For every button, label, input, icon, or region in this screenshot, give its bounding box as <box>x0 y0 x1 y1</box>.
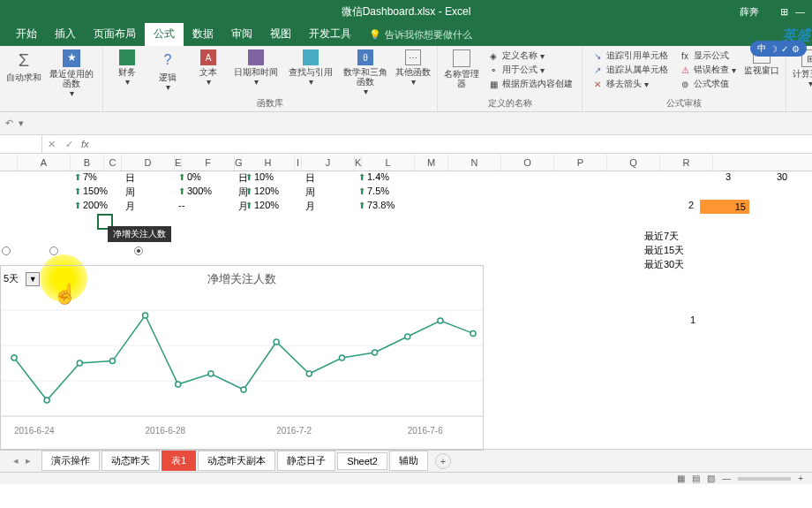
qat-dropdown-icon[interactable]: ▾ <box>19 118 24 129</box>
ribbon-tab-开始[interactable]: 开始 <box>7 22 46 46</box>
define-name-button[interactable]: ◈定义名称 ▾ <box>487 49 573 62</box>
cell-value[interactable]: ⬆73.8% <box>358 200 395 210</box>
ribbon-tab-数据[interactable]: 数据 <box>184 22 222 46</box>
col-header[interactable]: P <box>554 154 607 171</box>
cell-value[interactable]: 周 <box>305 186 315 199</box>
ribbon-tab-审阅[interactable]: 审阅 <box>222 22 261 46</box>
view-layout-icon[interactable]: ▤ <box>692 474 700 483</box>
column-headers[interactable]: ABCDEFGHIJKLMNOPQR <box>0 154 812 171</box>
remove-arrows-button[interactable]: ✕移去箭头 ▾ <box>591 78 668 90</box>
col-header[interactable]: Q <box>607 154 660 171</box>
cell-value[interactable]: 周 <box>125 186 135 199</box>
col-header[interactable]: A <box>18 154 71 171</box>
more-functions-button[interactable]: ⋯其他函数▾ <box>395 48 432 87</box>
recent-functions-button[interactable]: ★最近使用的函数▾ <box>46 48 97 98</box>
undo-icon[interactable]: ↶ <box>5 118 13 129</box>
share-icon[interactable]: ⊞ <box>780 6 788 18</box>
cell-value[interactable]: ⬆150% <box>74 186 108 196</box>
sheet-tab[interactable]: 演示操作 <box>41 451 100 471</box>
col-header[interactable]: H <box>242 154 295 171</box>
nav-last-icon[interactable]: ▸ <box>26 455 31 466</box>
logical-button[interactable]: ?逻辑▾ <box>149 48 186 92</box>
sheet-tab[interactable]: 表1 <box>162 451 196 471</box>
fx-icon[interactable]: fx <box>78 139 93 149</box>
text-button[interactable]: A文本▾ <box>190 48 227 87</box>
view-normal-icon[interactable]: ▦ <box>677 474 685 483</box>
cell-value[interactable]: ⬆200% <box>74 200 108 210</box>
financial-button[interactable]: 财务▾ <box>109 48 146 87</box>
cell-value[interactable]: -- <box>178 200 184 210</box>
radio-option-1[interactable] <box>2 246 11 255</box>
list-item[interactable]: 最近30天 <box>644 258 684 271</box>
user-name[interactable]: 薛奔 <box>740 5 759 19</box>
cell-value[interactable]: 日 <box>125 171 135 185</box>
ribbon-tab-开发工具[interactable]: 开发工具 <box>300 22 360 46</box>
add-sheet-button[interactable]: + <box>435 453 451 469</box>
evaluate-formula-button[interactable]: ⊚公式求值 <box>679 78 736 90</box>
create-from-selection-button[interactable]: ▦根据所选内容创建 <box>487 78 573 90</box>
zoom-out-icon[interactable]: — <box>722 474 731 483</box>
col-header[interactable]: I <box>295 154 302 171</box>
datetime-button[interactable]: 日期和时间▾ <box>230 48 282 87</box>
ribbon-tab-视图[interactable]: 视图 <box>261 22 300 46</box>
cell-value[interactable]: ⬆1.4% <box>358 171 389 182</box>
name-box[interactable] <box>0 135 42 153</box>
list-item[interactable]: 最近15天 <box>644 244 684 257</box>
col-header[interactable]: J <box>302 154 355 171</box>
col-header[interactable]: D <box>122 154 175 171</box>
spreadsheet-grid[interactable]: ABCDEFGHIJKLMNOPQR 净增关注人数 5天 ▼ ☝ 2 15 3 … <box>0 154 812 449</box>
show-formulas-button[interactable]: fx显示公式 <box>679 49 736 62</box>
zoom-in-icon[interactable]: + <box>798 474 803 483</box>
col-header[interactable]: E <box>175 154 182 171</box>
cell-value[interactable]: 月 <box>305 200 315 213</box>
error-check-button[interactable]: ⚠错误检查 ▾ <box>679 64 736 76</box>
trace-precedents-button[interactable]: ↘追踪引用单元格 <box>591 49 668 62</box>
ribbon-tab-页面布局[interactable]: 页面布局 <box>85 22 145 46</box>
sheet-tab[interactable]: 动态昨天副本 <box>198 451 275 471</box>
dropdown-arrow-icon[interactable]: ▼ <box>26 272 40 286</box>
cell-value[interactable]: ⬆120% <box>245 200 279 210</box>
math-button[interactable]: θ数学和三角函数▾ <box>340 48 391 96</box>
col-header[interactable]: C <box>104 154 122 171</box>
col-header[interactable]: B <box>71 154 104 171</box>
zoom-slider[interactable] <box>738 477 791 481</box>
cell-value[interactable]: ⬆120% <box>245 186 279 196</box>
autosum-button[interactable]: Σ自动求和 <box>5 48 42 82</box>
sheet-tab[interactable]: Sheet2 <box>337 452 387 470</box>
sheet-tab[interactable]: 动态昨天 <box>102 451 160 471</box>
col-header[interactable]: G <box>235 154 242 171</box>
col-header[interactable]: K <box>355 154 362 171</box>
highlighted-cell[interactable]: 15 <box>700 200 749 214</box>
col-header[interactable]: M <box>415 154 448 171</box>
cell-value[interactable]: ⬆300% <box>178 186 212 196</box>
radio-option-2[interactable] <box>49 246 58 255</box>
cell-value[interactable]: 30 <box>777 171 787 182</box>
ribbon-tab-插入[interactable]: 插入 <box>46 22 85 46</box>
cancel-icon[interactable]: ✕ <box>42 139 60 150</box>
ribbon-tab-公式[interactable]: 公式 <box>145 22 184 46</box>
cell-value[interactable]: 日 <box>305 171 315 185</box>
cell-value[interactable]: 2 <box>688 200 694 210</box>
cell-value[interactable]: ⬆7% <box>74 171 97 182</box>
list-item[interactable]: 最近7天 <box>644 230 679 243</box>
col-header[interactable]: F <box>182 154 235 171</box>
sheet-tab[interactable]: 辅助 <box>389 451 428 471</box>
cell-value[interactable]: ⬆7.5% <box>358 186 389 196</box>
radio-option-3[interactable] <box>134 246 143 255</box>
cell-value[interactable]: 1 <box>690 315 695 325</box>
cell-value[interactable]: 3 <box>726 171 731 182</box>
trace-dependents-button[interactable]: ↗追踪从属单元格 <box>591 64 668 76</box>
enter-icon[interactable]: ✓ <box>60 139 78 150</box>
use-in-formula-button[interactable]: ⚬用于公式 ▾ <box>487 64 573 76</box>
col-header[interactable]: N <box>448 154 501 171</box>
view-pagebreak-icon[interactable]: ▧ <box>707 474 715 483</box>
col-header[interactable]: O <box>501 154 554 171</box>
cell-value[interactable]: 月 <box>125 200 135 213</box>
sheet-tab[interactable]: 静态日子 <box>277 451 335 471</box>
minimize-icon[interactable]: — <box>795 6 805 17</box>
tell-me[interactable]: 💡 告诉我你想要做什么 <box>369 28 472 46</box>
nav-first-icon[interactable]: ◂ <box>13 455 19 466</box>
col-header[interactable]: R <box>660 154 713 171</box>
lookup-button[interactable]: 查找与引用▾ <box>285 48 336 87</box>
col-header[interactable]: L <box>362 154 415 171</box>
